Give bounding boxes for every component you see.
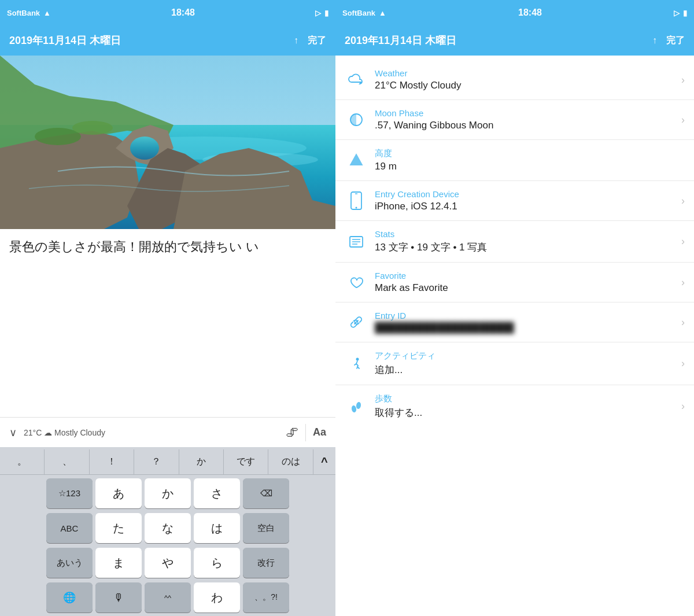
mountain-icon (345, 149, 368, 172)
key-ta[interactable]: た (95, 513, 142, 543)
altitude-label: 高度 (375, 148, 685, 159)
key-space[interactable]: 空白 (243, 513, 289, 543)
keyboard-row-1: ☆123 あ か さ ⌫ (2, 478, 333, 508)
device-content: Entry Creation Device iPhone, iOS 12.4.1 (368, 189, 677, 212)
entryid-content: Entry ID ████████████████████ (368, 311, 677, 334)
right-done-button[interactable]: 完了 (666, 35, 685, 47)
weather-content: Weather 21°C Mostly Cloudy (368, 68, 677, 91)
weather-label: Weather (375, 68, 677, 78)
keyboard-rows: ☆123 あ か さ ⌫ ABC た な は 空白 あいう ま や ら 改行 (0, 475, 335, 616)
altitude-value: 19 m (375, 161, 685, 172)
info-item-stats[interactable]: Stats 13 文字 • 19 文字 • 1 写真 › (335, 221, 694, 263)
info-item-altitude: 高度 19 m (335, 140, 694, 181)
right-status-right: ▷ ▮ (674, 9, 687, 17)
carrier-right: SoftBank (342, 9, 375, 17)
favorite-content: Favorite Mark as Favorite (368, 271, 677, 294)
right-panel: SoftBank ▲ 18:48 ▷ ▮ 2019年11月14日 木曜日 ↑ 完… (335, 0, 694, 616)
stats-icon (345, 230, 368, 253)
suggestion-desu[interactable]: です (224, 449, 268, 474)
suggestion-ka[interactable]: か (179, 449, 224, 474)
key-ra[interactable]: ら (194, 548, 240, 578)
altitude-content: 高度 19 m (368, 148, 685, 172)
favorite-chevron: › (677, 276, 685, 289)
moon-icon (345, 108, 368, 131)
activity-icon (345, 352, 368, 375)
device-label: Entry Creation Device (375, 189, 677, 199)
attach-icon[interactable]: 🖇 (286, 425, 298, 440)
key-mic[interactable]: 🎙 (95, 582, 142, 613)
journal-photo (0, 56, 335, 229)
key-punctuation[interactable]: 、。?! (243, 582, 289, 613)
key-ma[interactable]: ま (95, 548, 142, 578)
suggestion-ten[interactable]: 、 (45, 449, 89, 474)
key-na[interactable]: な (145, 513, 191, 543)
left-done-button[interactable]: 完了 (308, 35, 326, 47)
activity-label: アクティビティ (375, 351, 677, 362)
info-item-entryid[interactable]: Entry ID ████████████████████ › (335, 303, 694, 342)
info-item-device[interactable]: Entry Creation Device iPhone, iOS 12.4.1… (335, 181, 694, 221)
steps-content: 歩数 取得する... (368, 393, 677, 419)
suggestion-noha[interactable]: のは (268, 449, 313, 474)
key-wa[interactable]: わ (194, 582, 240, 613)
collapse-icon[interactable]: ∨ (9, 426, 17, 439)
entryid-label: Entry ID (375, 311, 677, 320)
entryid-chevron: › (677, 316, 685, 329)
left-header: 2019年11月14日 木曜日 ↑ 完了 (0, 25, 335, 56)
svg-point-17 (356, 401, 361, 409)
svg-point-15 (356, 357, 359, 360)
key-ya[interactable]: や (145, 548, 191, 578)
activity-chevron: › (677, 357, 685, 370)
key-ka[interactable]: か (145, 478, 191, 508)
moon-value: .57, Waning Gibbous Moon (375, 120, 677, 131)
right-status-bar: SoftBank ▲ 18:48 ▷ ▮ (335, 0, 694, 25)
keyboard-row-3: あいう ま や ら 改行 (2, 548, 333, 578)
weather-value: 21°C Mostly Cloudy (375, 80, 677, 91)
battery-icon-right: ▮ (683, 9, 687, 17)
left-share-button[interactable]: ↑ (294, 35, 298, 46)
key-star123[interactable]: ☆123 (46, 478, 93, 508)
key-abc[interactable]: ABC (46, 513, 93, 543)
info-item-moon[interactable]: Moon Phase .57, Waning Gibbous Moon › (335, 100, 694, 140)
activity-value: 追加... (375, 363, 677, 377)
suggestion-caret[interactable]: ^ (313, 449, 335, 474)
suggestion-exclaim[interactable]: ！ (90, 449, 134, 474)
key-delete[interactable]: ⌫ (243, 478, 289, 508)
key-flick[interactable]: ^^ (145, 582, 191, 613)
journal-content[interactable]: 景色の美しさが最高！開放的で気持ちい い (0, 229, 335, 417)
svg-point-4 (130, 137, 159, 160)
activity-content: アクティビティ 追加... (368, 351, 677, 377)
phone-icon (345, 189, 368, 212)
key-sa[interactable]: さ (194, 478, 240, 508)
info-item-activity[interactable]: アクティビティ 追加... › (335, 342, 694, 385)
right-header-actions: ↑ 完了 (652, 35, 685, 47)
entryid-value: ████████████████████ (375, 322, 677, 334)
time-left: 18:48 (171, 8, 195, 18)
key-ha[interactable]: は (194, 513, 240, 543)
font-icon[interactable]: Aa (313, 426, 326, 438)
left-header-actions: ↑ 完了 (294, 35, 326, 47)
nav-icon-left: ▷ (315, 9, 321, 17)
right-header: 2019年11月14日 木曜日 ↑ 完了 (335, 25, 694, 56)
info-item-weather[interactable]: Weather 21°C Mostly Cloudy › (335, 60, 694, 100)
key-a[interactable]: あ (95, 478, 142, 508)
wifi-icon-right: ▲ (379, 9, 386, 17)
right-share-button[interactable]: ↑ (652, 35, 657, 46)
cloud-icon (345, 68, 368, 91)
info-list: Weather 21°C Mostly Cloudy › Moon Phase … (335, 56, 694, 616)
moon-chevron: › (677, 114, 685, 126)
stats-value: 13 文字 • 19 文字 • 1 写真 (375, 241, 677, 254)
info-item-steps[interactable]: 歩数 取得する... › (335, 385, 694, 427)
keyboard-row-2: ABC た な は 空白 (2, 513, 333, 543)
keyboard-suggestions: 。 、 ！ ？ か です のは ^ (0, 449, 335, 475)
svg-point-6 (72, 121, 113, 135)
right-status-left: SoftBank ▲ (342, 9, 386, 17)
key-emoji[interactable]: 🌐 (46, 582, 93, 613)
key-aiueo[interactable]: あいう (46, 548, 93, 578)
favorite-value: Mark as Favorite (375, 282, 677, 294)
suggestion-question[interactable]: ？ (134, 449, 179, 474)
key-enter[interactable]: 改行 (243, 548, 289, 578)
steps-chevron: › (677, 400, 685, 412)
editor-toolbar: ∨ 21°C ☁ Mostly Cloudy 🖇 Aa (0, 417, 335, 447)
suggestion-maru[interactable]: 。 (0, 449, 45, 474)
info-item-favorite[interactable]: Favorite Mark as Favorite › (335, 263, 694, 303)
